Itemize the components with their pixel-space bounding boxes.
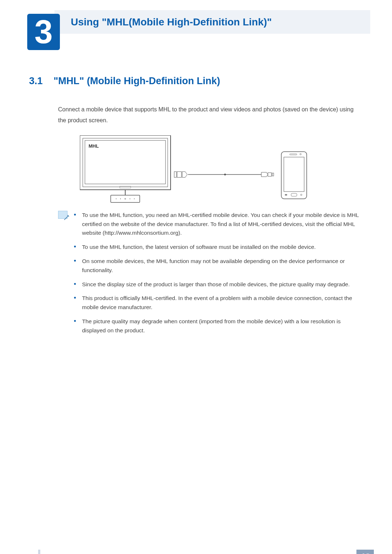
footer-text: 3 Using "MHL(Mobile High-Definition Link… (239, 550, 356, 554)
svg-point-10 (134, 198, 135, 199)
svg-point-23 (301, 194, 302, 196)
chapter-number: 3 (34, 16, 53, 48)
intro-paragraph: Connect a mobile device that supports MH… (58, 104, 363, 126)
footer: 3 Using "MHL(Mobile High-Definition Link… (0, 550, 392, 554)
note-item: This product is officially MHL-certified… (74, 294, 359, 312)
svg-rect-12 (177, 172, 181, 177)
svg-rect-11 (174, 172, 176, 177)
svg-rect-19 (290, 154, 297, 155)
svg-point-14 (224, 173, 226, 175)
note-item: To use the MHL function, the latest vers… (74, 243, 359, 252)
svg-point-20 (300, 153, 301, 155)
notes-list: To use the MHL function, you need an MHL… (74, 211, 363, 340)
header-bar: Using "MHL(Mobile High-Definition Link)" (54, 10, 370, 34)
chapter-title: Using "MHL(Mobile High-Definition Link)" (71, 16, 272, 28)
svg-point-7 (120, 198, 121, 199)
svg-rect-16 (272, 173, 274, 176)
note-item: The picture quality may degrade when con… (74, 317, 359, 335)
svg-rect-3 (120, 186, 131, 188)
section-number: 3.1 (29, 75, 43, 87)
page-number: 48 (356, 550, 374, 554)
section-heading: 3.1 "MHL" (Mobile High-Definition Link) (29, 75, 363, 87)
connection-diagram: MHL (80, 135, 312, 204)
svg-point-8 (125, 198, 126, 199)
note-item: To use the MHL function, you need an MHL… (74, 211, 359, 238)
section-title: "MHL" (Mobile High-Definition Link) (54, 75, 220, 87)
svg-point-6 (116, 198, 117, 199)
svg-rect-22 (285, 194, 287, 196)
chapter-badge: 3 (27, 14, 60, 50)
diagram-mhllabel: MHL (89, 143, 99, 149)
footer-accent-bar (38, 550, 40, 554)
svg-rect-18 (284, 157, 304, 192)
svg-rect-21 (291, 193, 297, 196)
svg-rect-5 (111, 195, 140, 202)
note-icon (58, 211, 68, 219)
note-item: On some mobile devices, the MHL function… (74, 257, 359, 275)
note-item: Since the display size of the product is… (74, 280, 359, 289)
svg-rect-15 (268, 173, 271, 176)
svg-point-9 (130, 198, 130, 199)
